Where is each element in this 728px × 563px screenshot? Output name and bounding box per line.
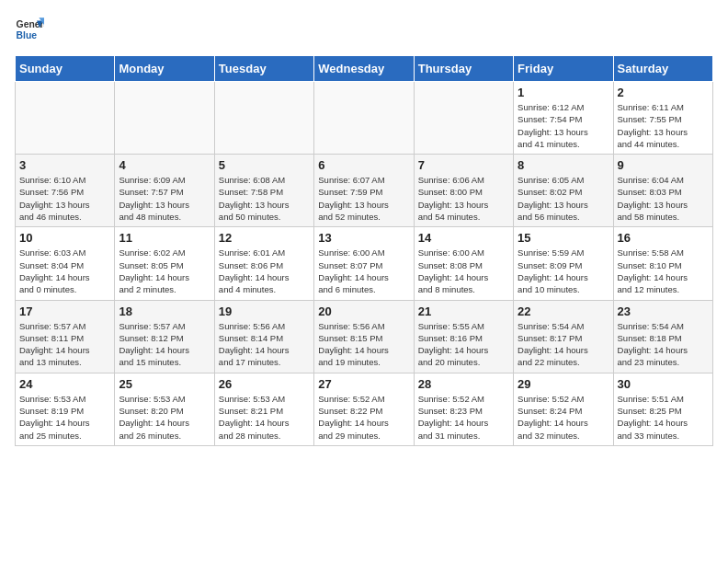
day-number: 29 — [518, 377, 609, 391]
calendar-cell: 29Sunrise: 5:52 AM Sunset: 8:24 PM Dayli… — [514, 373, 613, 445]
svg-text:Blue: Blue — [17, 30, 38, 40]
calendar-cell: 24Sunrise: 5:53 AM Sunset: 8:19 PM Dayli… — [16, 373, 115, 445]
calendar-cell: 15Sunrise: 5:59 AM Sunset: 8:09 PM Dayli… — [514, 227, 613, 300]
calendar-week-2: 3Sunrise: 6:10 AM Sunset: 7:56 PM Daylig… — [16, 155, 713, 227]
day-number: 15 — [518, 231, 609, 245]
day-number: 14 — [418, 231, 509, 245]
calendar-cell: 12Sunrise: 6:01 AM Sunset: 8:06 PM Dayli… — [214, 227, 313, 300]
calendar-cell: 4Sunrise: 6:09 AM Sunset: 7:57 PM Daylig… — [115, 155, 214, 227]
day-number: 27 — [318, 377, 409, 391]
calendar-cell — [214, 82, 313, 155]
logo: General Blue — [15, 15, 44, 44]
calendar-header-tuesday: Tuesday — [214, 56, 313, 82]
day-number: 18 — [119, 304, 210, 318]
day-info: Sunrise: 6:07 AM Sunset: 7:59 PM Dayligh… — [318, 174, 409, 223]
calendar-cell: 7Sunrise: 6:06 AM Sunset: 8:00 PM Daylig… — [414, 155, 513, 227]
day-number: 13 — [318, 231, 409, 245]
calendar-cell: 9Sunrise: 6:04 AM Sunset: 8:03 PM Daylig… — [613, 155, 712, 227]
calendar-cell: 27Sunrise: 5:52 AM Sunset: 8:22 PM Dayli… — [314, 373, 414, 445]
day-number: 20 — [318, 304, 409, 318]
day-info: Sunrise: 6:02 AM Sunset: 8:05 PM Dayligh… — [119, 247, 210, 295]
calendar-cell: 18Sunrise: 5:57 AM Sunset: 8:12 PM Dayli… — [115, 300, 214, 373]
day-info: Sunrise: 6:01 AM Sunset: 8:06 PM Dayligh… — [219, 247, 310, 295]
calendar-cell: 3Sunrise: 6:10 AM Sunset: 7:56 PM Daylig… — [16, 155, 115, 227]
day-info: Sunrise: 5:52 AM Sunset: 8:22 PM Dayligh… — [318, 393, 409, 442]
day-number: 9 — [618, 158, 709, 172]
calendar-cell: 5Sunrise: 6:08 AM Sunset: 7:58 PM Daylig… — [214, 155, 313, 227]
day-number: 25 — [119, 377, 210, 391]
calendar-week-3: 10Sunrise: 6:03 AM Sunset: 8:04 PM Dayli… — [16, 227, 713, 300]
day-info: Sunrise: 5:54 AM Sunset: 8:18 PM Dayligh… — [618, 320, 709, 369]
day-info: Sunrise: 5:53 AM Sunset: 8:20 PM Dayligh… — [119, 393, 210, 442]
day-info: Sunrise: 5:56 AM Sunset: 8:15 PM Dayligh… — [318, 320, 409, 369]
calendar-cell: 17Sunrise: 5:57 AM Sunset: 8:11 PM Dayli… — [16, 300, 115, 373]
calendar-cell: 13Sunrise: 6:00 AM Sunset: 8:07 PM Dayli… — [314, 227, 414, 300]
day-number: 12 — [219, 231, 310, 245]
day-info: Sunrise: 5:55 AM Sunset: 8:16 PM Dayligh… — [418, 320, 509, 369]
day-number: 17 — [19, 304, 110, 318]
calendar-cell: 10Sunrise: 6:03 AM Sunset: 8:04 PM Dayli… — [16, 227, 115, 300]
day-info: Sunrise: 5:53 AM Sunset: 8:21 PM Dayligh… — [219, 393, 310, 442]
day-info: Sunrise: 6:10 AM Sunset: 7:56 PM Dayligh… — [19, 174, 110, 223]
calendar-cell — [314, 82, 414, 155]
logo-icon: General Blue — [15, 15, 44, 44]
calendar-cell: 8Sunrise: 6:05 AM Sunset: 8:02 PM Daylig… — [514, 155, 613, 227]
day-number: 5 — [219, 158, 310, 172]
day-info: Sunrise: 5:56 AM Sunset: 8:14 PM Dayligh… — [219, 320, 310, 369]
day-number: 21 — [418, 304, 509, 318]
calendar-week-4: 17Sunrise: 5:57 AM Sunset: 8:11 PM Dayli… — [16, 300, 713, 373]
day-number: 10 — [19, 231, 110, 245]
day-number: 28 — [418, 377, 509, 391]
calendar-cell: 1Sunrise: 6:12 AM Sunset: 7:54 PM Daylig… — [514, 82, 613, 155]
day-number: 8 — [518, 158, 609, 172]
day-number: 4 — [119, 158, 210, 172]
day-number: 22 — [518, 304, 609, 318]
day-info: Sunrise: 5:57 AM Sunset: 8:12 PM Dayligh… — [119, 320, 210, 369]
calendar-cell: 19Sunrise: 5:56 AM Sunset: 8:14 PM Dayli… — [214, 300, 313, 373]
day-info: Sunrise: 6:00 AM Sunset: 8:08 PM Dayligh… — [418, 247, 509, 295]
calendar-header-monday: Monday — [115, 56, 214, 82]
day-info: Sunrise: 5:52 AM Sunset: 8:24 PM Dayligh… — [518, 393, 609, 442]
calendar-header-row: SundayMondayTuesdayWednesdayThursdayFrid… — [16, 56, 713, 82]
day-number: 2 — [618, 86, 709, 99]
calendar-cell: 23Sunrise: 5:54 AM Sunset: 8:18 PM Dayli… — [613, 300, 712, 373]
day-info: Sunrise: 5:52 AM Sunset: 8:23 PM Dayligh… — [418, 393, 509, 442]
day-number: 30 — [618, 377, 709, 391]
calendar-cell: 11Sunrise: 6:02 AM Sunset: 8:05 PM Dayli… — [115, 227, 214, 300]
day-info: Sunrise: 6:09 AM Sunset: 7:57 PM Dayligh… — [119, 174, 210, 223]
calendar-week-1: 1Sunrise: 6:12 AM Sunset: 7:54 PM Daylig… — [16, 82, 713, 155]
calendar-table: SundayMondayTuesdayWednesdayThursdayFrid… — [15, 55, 713, 446]
day-info: Sunrise: 5:53 AM Sunset: 8:19 PM Dayligh… — [19, 393, 110, 442]
day-number: 24 — [19, 377, 110, 391]
calendar-header-saturday: Saturday — [613, 56, 712, 82]
day-info: Sunrise: 6:03 AM Sunset: 8:04 PM Dayligh… — [19, 247, 110, 295]
calendar-cell: 26Sunrise: 5:53 AM Sunset: 8:21 PM Dayli… — [214, 373, 313, 445]
calendar-cell: 20Sunrise: 5:56 AM Sunset: 8:15 PM Dayli… — [314, 300, 414, 373]
day-number: 6 — [318, 158, 409, 172]
day-number: 11 — [119, 231, 210, 245]
calendar-cell: 6Sunrise: 6:07 AM Sunset: 7:59 PM Daylig… — [314, 155, 414, 227]
calendar-cell: 21Sunrise: 5:55 AM Sunset: 8:16 PM Dayli… — [414, 300, 513, 373]
calendar-header-friday: Friday — [514, 56, 613, 82]
day-info: Sunrise: 5:51 AM Sunset: 8:25 PM Dayligh… — [618, 393, 709, 442]
day-info: Sunrise: 6:00 AM Sunset: 8:07 PM Dayligh… — [318, 247, 409, 295]
calendar-cell: 14Sunrise: 6:00 AM Sunset: 8:08 PM Dayli… — [414, 227, 513, 300]
day-number: 19 — [219, 304, 310, 318]
day-number: 16 — [618, 231, 709, 245]
calendar-header-thursday: Thursday — [414, 56, 513, 82]
day-number: 3 — [19, 158, 110, 172]
day-info: Sunrise: 5:57 AM Sunset: 8:11 PM Dayligh… — [19, 320, 110, 369]
calendar-cell — [414, 82, 513, 155]
day-info: Sunrise: 6:04 AM Sunset: 8:03 PM Dayligh… — [618, 174, 709, 223]
calendar-header-sunday: Sunday — [16, 56, 115, 82]
day-number: 1 — [518, 86, 609, 99]
calendar-body: 1Sunrise: 6:12 AM Sunset: 7:54 PM Daylig… — [16, 82, 713, 446]
calendar-cell: 25Sunrise: 5:53 AM Sunset: 8:20 PM Dayli… — [115, 373, 214, 445]
calendar-cell — [115, 82, 214, 155]
day-info: Sunrise: 6:06 AM Sunset: 8:00 PM Dayligh… — [418, 174, 509, 223]
day-number: 26 — [219, 377, 310, 391]
calendar-week-5: 24Sunrise: 5:53 AM Sunset: 8:19 PM Dayli… — [16, 373, 713, 445]
day-info: Sunrise: 5:59 AM Sunset: 8:09 PM Dayligh… — [518, 247, 609, 295]
calendar-cell: 22Sunrise: 5:54 AM Sunset: 8:17 PM Dayli… — [514, 300, 613, 373]
calendar-cell: 30Sunrise: 5:51 AM Sunset: 8:25 PM Dayli… — [613, 373, 712, 445]
